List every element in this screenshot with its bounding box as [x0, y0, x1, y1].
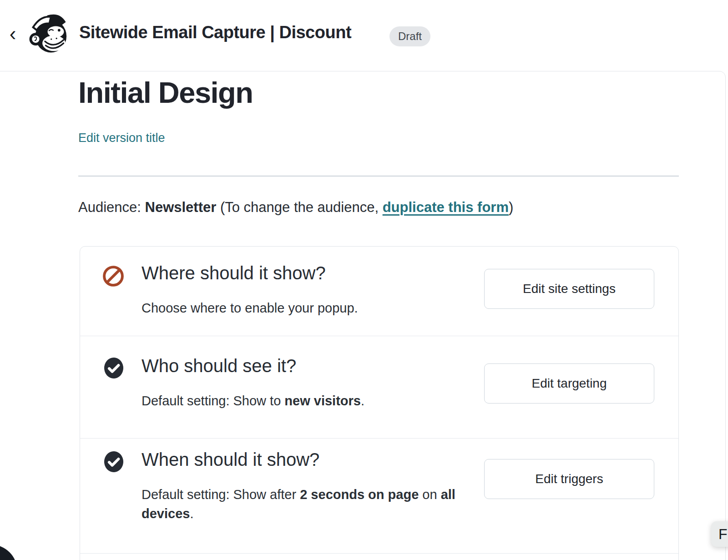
check-circle-icon [103, 357, 125, 379]
desc-text: Default setting: Show to [142, 394, 284, 408]
step-title-where: Where should it show? [142, 263, 326, 283]
row-divider [80, 553, 678, 554]
back-button[interactable]: ‹ [4, 21, 22, 46]
step-title-when: When should it show? [142, 449, 319, 470]
prohibited-icon [101, 264, 125, 288]
desc-text: Default setting: Show after [142, 487, 300, 502]
top-bar: ‹ Sitewide Email Capture | Discount Draf… [0, 0, 728, 71]
edit-site-settings-button[interactable]: Edit site settings [484, 269, 654, 309]
audience-label: Audience: [78, 199, 145, 215]
chevron-left-icon: ‹ [10, 24, 16, 44]
audience-note-close: ) [509, 199, 513, 215]
edit-targeting-button[interactable]: Edit targeting [484, 363, 654, 404]
step-desc-when: Default setting: Show after 2 seconds on… [142, 485, 465, 523]
desc-text: . [361, 394, 364, 408]
section-divider [78, 176, 679, 177]
status-badge: Draft [389, 26, 430, 46]
form-title: Sitewide Email Capture | Discount [79, 23, 351, 42]
step-title-who: Who should see it? [142, 356, 296, 376]
audience-name: Newsletter [145, 199, 217, 215]
desc-text: . [190, 506, 193, 521]
row-divider [80, 336, 678, 336]
check-circle-icon [103, 451, 125, 473]
steps-card: Where should it show? Choose where to en… [80, 246, 679, 560]
desc-text: on [419, 487, 440, 502]
edit-triggers-button[interactable]: Edit triggers [484, 459, 654, 499]
duplicate-form-link[interactable]: duplicate this form [383, 199, 509, 215]
audience-note: (To change the audience, [216, 199, 382, 215]
step-desc-where: Choose where to enable your popup. [142, 298, 465, 318]
feedback-button[interactable]: F [711, 521, 728, 547]
desc-text: Choose where to enable your popup. [142, 301, 358, 315]
desc-bold: new visitors [284, 394, 361, 408]
desc-bold: 2 seconds on page [300, 487, 419, 502]
page-title: Initial Design [78, 76, 253, 110]
row-divider [80, 438, 678, 439]
mailchimp-freddie-logo [26, 10, 71, 56]
step-desc-who: Default setting: Show to new visitors. [142, 391, 465, 410]
edit-version-title-link[interactable]: Edit version title [78, 131, 165, 145]
audience-line: Audience: Newsletter (To change the audi… [78, 199, 513, 216]
